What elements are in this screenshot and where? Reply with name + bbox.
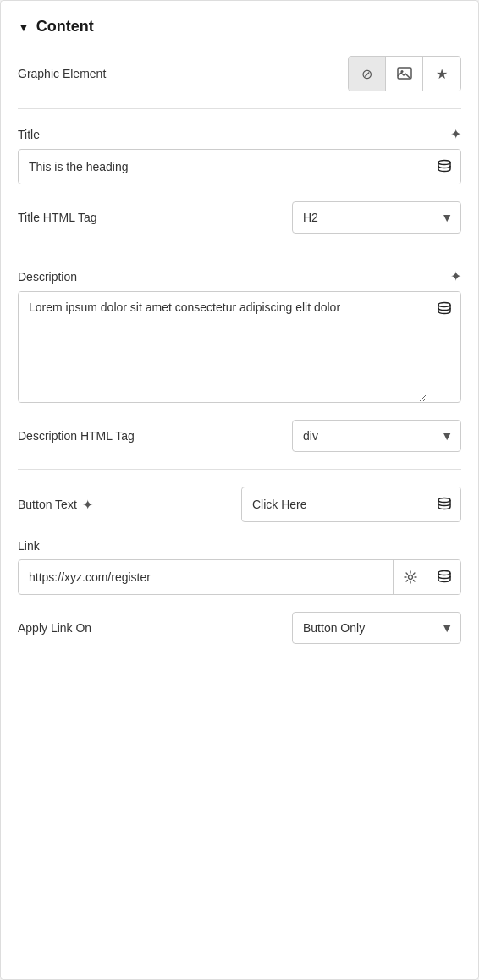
description-stack-button[interactable] [427,292,460,326]
link-label: Link [18,539,40,553]
link-label-row: Link [18,539,461,553]
description-html-tag-select[interactable]: div p span section [292,420,461,452]
button-text-ai-icon[interactable]: ✦ [82,497,93,513]
chevron-icon: ▼ [18,20,30,34]
description-label-row: Description ✦ [18,268,461,284]
description-html-tag-wrapper: div p span section ▼ [292,420,461,452]
title-label-row: Title ✦ [18,126,461,142]
link-stack-button[interactable] [427,560,460,594]
apply-link-on-wrapper: Button Only Whole Card Title ▼ [292,612,461,644]
divider-1 [18,108,461,109]
description-html-tag-label: Description HTML Tag [18,429,135,443]
link-field-group: Link [18,539,461,595]
graphic-element-label: Graphic Element [18,67,106,80]
description-html-tag-row: Description HTML Tag div p span section … [18,420,461,452]
graphic-star-button[interactable]: ★ [423,57,460,91]
description-label: Description [18,270,77,284]
description-field-group: Description ✦ Lorem ipsum dolor sit amet… [18,268,461,403]
graphic-image-button[interactable] [386,57,423,91]
section-title: Content [36,18,94,36]
description-textarea[interactable]: Lorem ipsum dolor sit amet consectetur a… [19,292,427,402]
title-html-tag-select[interactable]: H2 H1 H3 H4 p span [292,201,461,234]
link-input[interactable] [19,562,393,592]
title-input[interactable] [19,151,427,182]
svg-point-2 [438,161,450,165]
description-textarea-wrapper: Lorem ipsum dolor sit amet consectetur a… [18,291,461,403]
content-panel: ▼ Content Graphic Element ⊘ ★ Title ✦ [0,0,479,980]
title-input-wrapper [18,149,461,184]
title-field-group: Title ✦ [18,126,461,184]
link-gear-button[interactable] [393,560,427,594]
link-input-wrapper [18,559,461,595]
apply-link-on-select[interactable]: Button Only Whole Card Title [292,612,461,644]
description-ai-icon[interactable]: ✦ [450,268,461,284]
apply-link-on-row: Apply Link On Button Only Whole Card Tit… [18,612,461,644]
apply-link-on-label: Apply Link On [18,621,91,635]
title-html-tag-label: Title HTML Tag [18,211,97,224]
title-label: Title [18,128,40,141]
title-html-tag-row: Title HTML Tag H2 H1 H3 H4 p span ▼ [18,201,461,234]
button-text-input[interactable] [242,489,427,520]
button-text-label-group: Button Text ✦ [18,497,93,513]
title-stack-button[interactable] [427,150,460,184]
section-header: ▼ Content [18,18,461,36]
graphic-none-button[interactable]: ⊘ [349,57,386,91]
button-text-input-group [241,487,461,522]
title-ai-icon[interactable]: ✦ [450,126,461,142]
graphic-element-row: Graphic Element ⊘ ★ [18,56,461,91]
graphic-element-buttons: ⊘ ★ [348,56,461,91]
button-text-label: Button Text [18,498,77,511]
button-text-stack-button[interactable] [427,487,460,521]
button-text-row: Button Text ✦ [18,487,461,522]
svg-point-4 [438,498,450,503]
svg-point-6 [438,571,450,575]
svg-point-3 [438,303,450,307]
divider-3 [18,469,461,470]
divider-2 [18,251,461,251]
title-html-tag-wrapper: H2 H1 H3 H4 p span ▼ [292,201,461,234]
svg-point-5 [408,575,412,580]
